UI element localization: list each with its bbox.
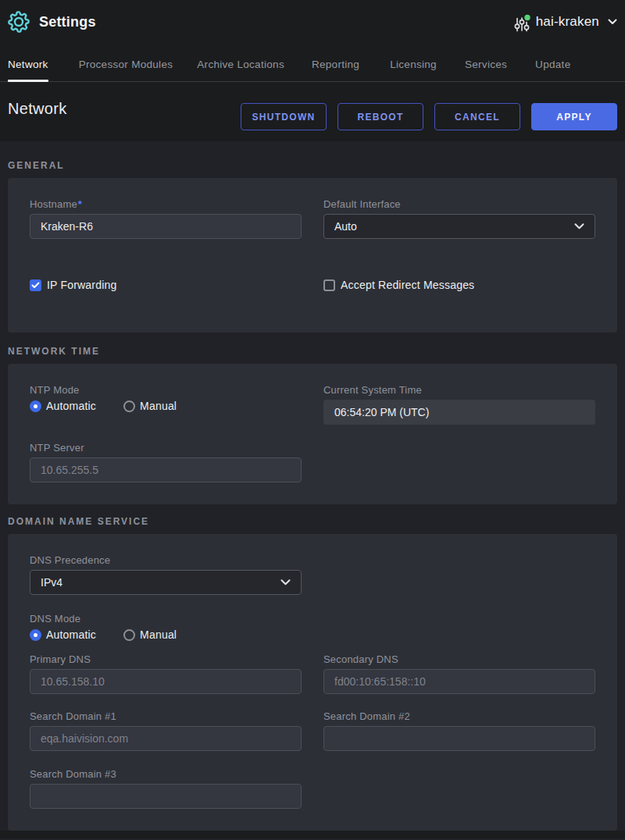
ntp-mode-automatic-radio[interactable] (30, 400, 41, 412)
page-head: Network SHUTDOWN REBOOT CANCEL APPLY (0, 82, 625, 141)
ntp-mode-automatic-label: Automatic (46, 400, 96, 412)
search-domain-2-label: Search Domain #2 (323, 710, 595, 723)
dns-precedence-select[interactable]: IPv4 (30, 570, 302, 595)
radio-option: Manual (123, 628, 177, 641)
tab-processor-modules[interactable]: Processor Modules (79, 44, 173, 81)
ntp-mode-manual-radio[interactable] (123, 400, 135, 412)
default-interface-select[interactable]: Auto (323, 214, 595, 239)
app-header: Settings hai-kraken (0, 0, 625, 44)
section-title-network-time: NETWORK TIME (8, 346, 617, 357)
device-menu[interactable]: hai-kraken (514, 11, 617, 33)
radio-option: Manual (123, 400, 177, 412)
search-domain-1-input[interactable] (30, 726, 302, 751)
footer-strip (0, 831, 625, 838)
hostname-input[interactable] (30, 214, 302, 239)
dns-mode-manual-label: Manual (140, 628, 177, 641)
default-interface-value: Auto (334, 220, 357, 233)
search-domain-1-label: Search Domain #1 (30, 710, 302, 723)
select-chevron-icon (280, 579, 291, 586)
device-name: hai-kraken (536, 14, 599, 30)
select-chevron-icon (574, 223, 584, 230)
dns-mode-radio-group: Automatic Manual (30, 628, 302, 641)
secondary-dns-input[interactable] (323, 669, 595, 694)
radio-option: Automatic (30, 628, 96, 641)
tab-reporting[interactable]: Reporting (312, 44, 359, 81)
top-band: Settings hai-kraken (0, 0, 625, 141)
brand: Settings (6, 9, 96, 34)
hostname-label: Hostname* (30, 198, 302, 211)
dns-mode-label: DNS Mode (30, 613, 302, 625)
apply-button[interactable]: APPLY (531, 103, 617, 130)
ntp-server-label: NTP Server (30, 442, 302, 454)
page-actions: SHUTDOWN REBOOT CANCEL APPLY (230, 103, 617, 130)
shutdown-button[interactable]: SHUTDOWN (241, 103, 327, 130)
required-asterisk: * (78, 198, 82, 210)
tab-network[interactable]: Network (8, 44, 48, 81)
current-system-time-value: 06:54:20 PM (UTC) (323, 400, 595, 425)
dns-mode-automatic-radio[interactable] (30, 629, 41, 641)
form-row: NTP Mode Automatic Manual Current System… (30, 384, 595, 425)
tab-update[interactable]: Update (535, 44, 570, 81)
ntp-mode-radio-group: Automatic Manual (30, 400, 302, 412)
current-system-time-label: Current System Time (323, 384, 595, 397)
tab-services[interactable]: Services (465, 44, 507, 81)
settings-tabs: Network Processor Modules Archive Locati… (0, 44, 625, 82)
form-row: Search Domain #3 (30, 768, 595, 809)
search-domain-3-input[interactable] (30, 784, 302, 809)
accept-redirect-label: Accept Redirect Messages (341, 279, 474, 291)
primary-dns-input[interactable] (30, 669, 302, 694)
ip-forwarding-label: IP Forwarding (47, 279, 117, 291)
cancel-button[interactable]: CANCEL (434, 103, 520, 130)
checkmark-icon (31, 282, 40, 289)
reboot-button[interactable]: REBOOT (338, 103, 423, 130)
radio-option: Automatic (30, 400, 96, 412)
ntp-server-input[interactable] (30, 457, 302, 482)
search-domain-2-input[interactable] (323, 726, 595, 751)
tab-archive-locations[interactable]: Archive Locations (197, 44, 284, 81)
ntp-mode-manual-label: Manual (140, 400, 177, 412)
device-menu-chevron-icon (608, 19, 617, 25)
dns-card: DNS Precedence IPv4 DNS Mode Automatic (8, 534, 617, 831)
ip-forwarding-checkbox[interactable] (30, 279, 41, 291)
online-status-dot (523, 14, 530, 21)
device-status-icon (514, 11, 531, 33)
accept-redirect-checkbox[interactable] (323, 279, 335, 291)
form-row: Hostname* Default Interface Auto (30, 198, 595, 239)
form-row: DNS Precedence IPv4 (30, 554, 595, 595)
tab-licensing[interactable]: Licensing (390, 44, 437, 81)
dns-mode-automatic-label: Automatic (46, 628, 96, 641)
dns-mode-manual-radio[interactable] (123, 629, 135, 641)
settings-gear-icon (6, 9, 31, 34)
primary-dns-label: Primary DNS (30, 653, 302, 666)
settings-content: GENERAL Hostname* Default Interface Auto… (0, 141, 625, 838)
network-time-card: NTP Mode Automatic Manual Current System… (8, 364, 617, 504)
secondary-dns-label: Secondary DNS (323, 653, 595, 666)
form-row: NTP Server (30, 442, 595, 482)
ntp-mode-label: NTP Mode (30, 384, 302, 397)
dns-precedence-label: DNS Precedence (30, 554, 302, 567)
general-card: Hostname* Default Interface Auto IP Forw… (8, 178, 617, 333)
search-domain-3-label: Search Domain #3 (30, 768, 302, 781)
section-title-dns: DOMAIN NAME SERVICE (8, 516, 617, 527)
default-interface-label: Default Interface (323, 198, 595, 211)
section-title-general: GENERAL (8, 141, 617, 171)
dns-precedence-value: IPv4 (41, 576, 62, 589)
app-title: Settings (39, 14, 96, 30)
page-title: Network (8, 100, 66, 118)
